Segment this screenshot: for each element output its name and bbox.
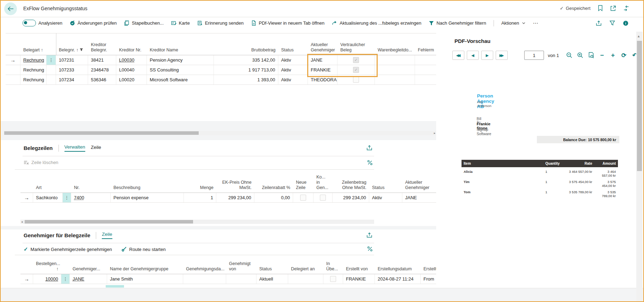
- vertraulicher-beleg-checkbox[interactable]: [353, 67, 359, 73]
- fit-page-button[interactable]: [587, 51, 595, 59]
- cell-warenbegleitdo[interactable]: [375, 75, 415, 84]
- col-warenbegleitdo[interactable]: Warenbegleitdo...: [375, 46, 415, 55]
- col-menge[interactable]: Menge: [184, 184, 216, 193]
- cell-aktueller-genehmiger[interactable]: THEODORA: [308, 75, 338, 84]
- row-menu-button[interactable]: [47, 75, 56, 84]
- cell-fehlerm[interactable]: [415, 65, 436, 75]
- col-ko-in-gen[interactable]: Ko... in Gen...: [314, 174, 333, 193]
- scroll-right-arrow[interactable]: ▸: [434, 131, 435, 135]
- cell-belegart[interactable]: Rechnung: [20, 65, 47, 75]
- col-zeilenrabatt[interactable]: Zeilenrabatt %: [254, 184, 293, 193]
- col-erstellungsdatum[interactable]: Erstellungsdatum: [375, 265, 421, 274]
- cell-kreditor-belegnr[interactable]: 536346: [88, 75, 116, 84]
- col-delegiert-an[interactable]: Delegiert an: [288, 265, 323, 274]
- cell-genehmiger[interactable]: JANE: [70, 274, 107, 284]
- collapse-button[interactable]: [623, 5, 629, 11]
- cell-kreditor-name[interactable]: Microsoft Software: [147, 75, 214, 84]
- col-aktueller-genehmiger[interactable]: Aktueller Genehmiger: [308, 41, 338, 55]
- restart-route-button[interactable]: Route neu starten: [121, 246, 166, 252]
- share-button[interactable]: [596, 20, 602, 26]
- genehmiger-focus-button[interactable]: [367, 246, 373, 252]
- col-kreditor-belegnr[interactable]: Kreditor Belegnr.: [88, 41, 116, 55]
- approve-selected-button[interactable]: Markierte Genehmigerzeile genehmigen: [24, 246, 112, 252]
- cell-ek-preis[interactable]: 299 234,00: [216, 193, 254, 202]
- increase-zoom-button[interactable]: [609, 51, 617, 59]
- genehmiger-share-button[interactable]: [366, 232, 372, 238]
- col-aktueller-genehmiger[interactable]: Aktueller Genehmiger: [402, 179, 436, 193]
- vertraulicher-beleg-checkbox[interactable]: [353, 77, 359, 83]
- col-vertraulicher-beleg[interactable]: Vertraulicher Beleg: [338, 41, 375, 55]
- zoom-out-button[interactable]: [565, 51, 574, 59]
- col-beschreibung[interactable]: Beschreibung: [111, 184, 184, 193]
- col-belegnr[interactable]: Belegnr. ↑: [56, 46, 88, 55]
- col-zeilenbetrag[interactable]: Zeilenbetrag Ohne MwSt.: [333, 179, 369, 193]
- col-in-ube[interactable]: In Übe...: [323, 260, 343, 274]
- col-erstellt-von[interactable]: Erstellt von: [343, 265, 375, 274]
- col-fehlerm[interactable]: Fehlerm: [415, 46, 436, 55]
- col-nr[interactable]: Nr.: [71, 184, 111, 193]
- cell-genehmigungsda[interactable]: [183, 274, 226, 284]
- filter-button[interactable]: [609, 20, 615, 26]
- table-row[interactable]: 10000 JANE Jane Smith Aktuell FRANKIE 20…: [20, 274, 436, 284]
- delete-line-button[interactable]: Zeile löschen: [24, 160, 58, 165]
- pdf-v-scrollbar[interactable]: [636, 32, 643, 302]
- col-art[interactable]: Art: [33, 184, 63, 193]
- col-genehmigungsda[interactable]: Genehmigungsda...: [183, 265, 226, 274]
- cell-erstellt[interactable]: From: [421, 274, 436, 284]
- cell-beschreibung[interactable]: Pension expense: [111, 193, 184, 202]
- cell-erstellt-von[interactable]: FRANKIE: [343, 274, 375, 284]
- table-row[interactable]: Rechnung 107234 536346 L00020 Microsoft …: [6, 75, 436, 85]
- scroll-left-arrow[interactable]: ◂: [21, 220, 23, 224]
- cell-status[interactable]: Aktiv: [369, 193, 402, 202]
- bookmark-button[interactable]: [597, 5, 603, 11]
- cell-warenbegleitdo[interactable]: [375, 55, 415, 65]
- filter-by-approver-button[interactable]: Nach Genehmiger filtern: [429, 20, 486, 26]
- cell-bruttobetrag[interactable]: 335 142,00: [214, 55, 278, 65]
- table-row[interactable]: Sachkonto 7400 Pension expense 1 299 234…: [20, 193, 436, 203]
- cell-aktueller-genehmiger[interactable]: JANE: [308, 55, 338, 65]
- cell-zeilenbetrag[interactable]: 299 234,00: [333, 193, 369, 202]
- cell-kreditor-belegnr[interactable]: 2346478: [88, 65, 116, 75]
- cell-fehlerm[interactable]: [415, 75, 436, 84]
- belegzeilen-share-button[interactable]: [366, 145, 372, 151]
- cell-kreditor-belegnr[interactable]: 38421: [88, 55, 116, 65]
- info-button[interactable]: [623, 20, 628, 26]
- page-number-input[interactable]: [524, 51, 544, 60]
- col-status[interactable]: Status: [278, 46, 308, 55]
- col-ek-preis[interactable]: EK-Preis Ohne MwSt.: [216, 179, 254, 193]
- col-bruttobetrag[interactable]: Bruttobetrag: [214, 46, 278, 55]
- cell-bruttobetrag[interactable]: 1 917 713,00: [214, 65, 278, 75]
- ko-in-gen-checkbox[interactable]: [320, 195, 326, 201]
- row-menu-button[interactable]: [61, 274, 70, 284]
- cell-kreditor-name[interactable]: SS Consulting: [147, 65, 214, 75]
- force-update-button[interactable]: Aktualisierung des ...fsbelegs erzwingen: [332, 20, 421, 26]
- tab-zeile[interactable]: Zeile: [91, 145, 101, 151]
- belegzeilen-h-scrollbar[interactable]: ◂: [20, 220, 374, 224]
- col-genehmiger[interactable]: Genehmiger...: [70, 265, 107, 274]
- cell-name-genehmigergruppe[interactable]: Jane Smith: [107, 274, 183, 284]
- cell-kreditor-nr[interactable]: L00040: [116, 65, 147, 75]
- table-row[interactable]: Rechnung 107231 38421 L00030 Pension Age…: [6, 55, 436, 65]
- cell-aktueller-genehmiger[interactable]: FRANKIE: [308, 65, 338, 75]
- send-reminder-button[interactable]: Erinnerung senden: [197, 20, 244, 26]
- table-row[interactable]: Rechnung 107233 2346478 L00040 SS Consul…: [6, 65, 436, 75]
- open-new-window-button[interactable]: [610, 5, 616, 11]
- scrollbar-thumb[interactable]: [25, 220, 193, 224]
- cell-status[interactable]: Aktuell: [256, 274, 288, 284]
- card-button[interactable]: Karte: [171, 20, 190, 26]
- cell-status[interactable]: Aktiv: [278, 65, 308, 75]
- col-kreditor-name[interactable]: Kreditor Name: [147, 46, 214, 55]
- row-menu-button[interactable]: [47, 65, 56, 75]
- previous-page-button[interactable]: [467, 51, 479, 60]
- tab-verwalten[interactable]: Verwalten: [64, 144, 85, 152]
- cell-belegnr[interactable]: 107231: [56, 55, 88, 65]
- documents-h-scrollbar[interactable]: ▸: [4, 131, 436, 135]
- more-options-button[interactable]: [533, 20, 538, 26]
- check-changes-button[interactable]: Änderungen prüfen: [70, 20, 117, 26]
- col-neue-zeile[interactable]: Neue Zeile: [293, 179, 314, 193]
- cell-delegiert-an[interactable]: [288, 274, 323, 284]
- zoom-in-button[interactable]: [576, 51, 584, 59]
- col-status[interactable]: Status: [256, 265, 288, 274]
- row-menu-button[interactable]: [47, 55, 56, 65]
- row-menu-button[interactable]: [63, 193, 71, 202]
